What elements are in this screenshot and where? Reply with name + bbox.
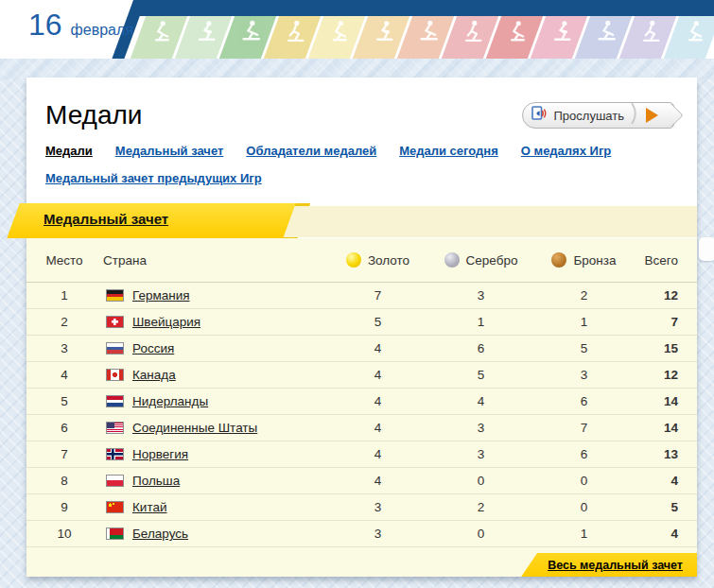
total-count: 4 [636,521,697,547]
country-link-germany[interactable]: Германия [132,288,190,303]
place-value: 10 [26,521,102,547]
flag-usa-icon [106,422,124,434]
bronze-count: 1 [532,521,636,547]
country-link-usa[interactable]: Соединенные Штаты [132,421,257,435]
winter-sport-pictogram-icon [417,18,442,43]
place-value: 7 [26,441,102,468]
medals-table-header-row: Место Страна Золото Серебро Бронза Всего [26,238,697,283]
bronze-count: 3 [532,362,636,389]
flag-norway-icon [106,448,124,460]
silver-count: 3 [429,415,532,441]
country-link-china[interactable]: Китай [132,500,167,514]
winter-sport-pictogram-icon [239,18,264,43]
bronze-count: 0 [532,468,636,494]
silver-count: 1 [429,309,532,336]
bronze-count: 6 [532,441,636,468]
divider-chevron-icon [631,102,639,129]
play-icon[interactable] [646,108,658,123]
column-header-bronze: Бронза [532,238,636,283]
top-header: 16 февраля [0,0,714,59]
winter-sport-pictogram-icon [373,18,397,43]
silver-count: 0 [429,468,532,494]
medal-standings-ribbon-link[interactable]: Медальный зачет [44,211,168,227]
listen-button-label: Прослушать [554,109,625,123]
total-count: 4 [636,468,697,494]
flag-belarus-icon [106,527,124,540]
background-ornament-band [0,57,714,79]
blue-band [138,0,714,16]
sport-pictogram-strip [138,16,713,59]
country-link-canada[interactable]: Канада [132,368,176,382]
winter-sport-pictogram-icon [461,18,486,43]
gold-count: 5 [326,309,429,336]
flag-china-icon [106,501,124,513]
column-header-country: Страна [102,238,326,283]
listen-button[interactable]: Прослушать [522,102,675,129]
medal-row-germany: 1Германия73212 [26,283,697,309]
corner-tab-decoration [699,237,714,261]
winter-sport-pictogram-icon [550,18,575,43]
nav-link-previous-games[interactable]: Медальный зачет предыдущих Игр [45,171,262,185]
flag-canada-icon [106,369,124,381]
medal-row-canada: 4Канада45312 [26,362,697,389]
gold-count: 4 [326,362,429,389]
medal-row-belarus: 10Беларусь3014 [26,521,697,547]
flag-switzerland-icon [106,316,124,328]
winter-sport-pictogram-icon [684,18,708,43]
place-value: 8 [26,468,102,494]
country-link-russia[interactable]: Россия [132,341,174,355]
total-count: 5 [636,494,697,521]
silver-count: 4 [429,389,532,415]
country-link-poland[interactable]: Польша [132,474,180,488]
bronze-count: 5 [532,336,636,362]
ribbon-strip [274,206,697,237]
total-count: 14 [636,415,697,441]
date-month: февраля [71,22,133,39]
silver-label: Серебро [466,253,518,268]
total-count: 15 [636,336,697,362]
bronze-medal-icon [551,252,566,268]
winter-sport-pictogram-icon [639,18,664,43]
total-count: 7 [636,309,697,336]
country-link-norway[interactable]: Норвегия [132,447,188,461]
winter-sport-pictogram-icon [195,18,219,43]
nav-link-0[interactable]: Медали [45,144,93,158]
silver-count: 6 [429,336,532,362]
country-link-netherlands[interactable]: Нидерланды [132,394,208,408]
nav-link-4[interactable]: О медалях Игр [521,144,611,158]
place-value: 6 [26,415,102,441]
silver-count: 3 [429,441,532,468]
nav-link-2[interactable]: Обладатели медалей [246,144,376,158]
flag-netherlands-icon [106,395,124,407]
place-value: 4 [26,362,102,389]
nav-link-3[interactable]: Медали сегодня [399,144,498,158]
gold-count: 3 [326,521,429,547]
country-link-switzerland[interactable]: Швейцария [132,315,200,329]
bronze-count: 6 [532,389,636,415]
silver-medal-icon [444,252,460,268]
medal-row-usa: 6Соединенные Штаты43714 [26,415,697,441]
place-value: 2 [26,309,102,336]
full-medal-standings-link[interactable]: Весь медальный зачет [548,559,683,572]
silver-count: 0 [429,521,532,547]
total-count: 14 [636,389,697,415]
gold-count: 4 [326,415,429,441]
bronze-count: 7 [532,415,636,441]
bronze-label: Бронза [573,253,616,268]
silver-count: 3 [429,283,532,309]
gold-count: 4 [326,336,429,362]
page-title: Медали [45,100,142,130]
medals-widget-card: Медали Прослушать МедалиМедальный зачетО… [26,78,697,577]
medals-table: Место Страна Золото Серебро Бронза Всего… [26,238,697,547]
medal-row-switzerland: 2Швейцария5117 [26,309,697,336]
winter-sport-pictogram-icon [328,18,353,43]
total-count: 13 [636,441,697,468]
medal-row-norway: 7Норвегия43613 [26,441,697,468]
flag-germany-icon [106,289,124,302]
nav-link-1[interactable]: Медальный зачет [115,144,224,158]
total-count: 12 [636,283,697,309]
country-link-belarus[interactable]: Беларусь [132,527,188,541]
medals-nav-secondary: Медальный зачет предыдущих Игр [45,171,262,185]
column-header-place: Место [26,238,102,283]
medal-row-russia: 3Россия46515 [26,336,697,362]
